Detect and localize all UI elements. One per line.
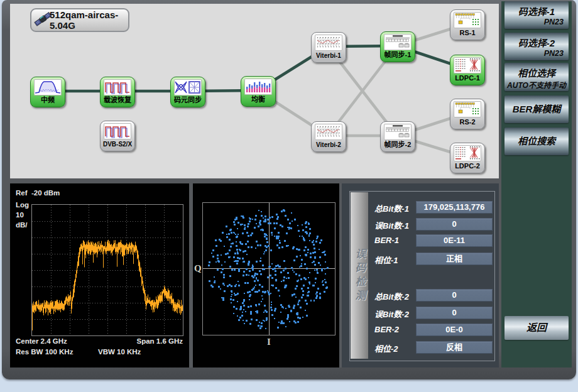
constellation-panel: Q I	[193, 183, 339, 368]
ber-panel: 误码检测 总Bit数-1179,025,113,776误Bit数-10BER-1…	[342, 183, 499, 368]
rs-blocks-icon	[454, 101, 481, 117]
node-label: 码元同步	[171, 95, 205, 105]
node-if[interactable]: 中频	[30, 77, 65, 107]
demodulator-app-window: 512qam-aircas-5.04G 中频载波恢复DVB-S2/X码元同步均衡…	[0, 0, 578, 392]
node-label: Viterbi-1	[312, 51, 346, 60]
node-label: Viterbi-2	[312, 140, 346, 150]
spectrum-vbw-label: VBW 10 KHz	[98, 348, 141, 356]
ber-row-value-2: 0E-11	[416, 234, 493, 247]
ber-row-label-1: 误Bit数-1	[374, 219, 409, 231]
spectrum-center-label: Center 2.4 GHz	[16, 337, 67, 345]
ber-deambiguation-button[interactable]: BER解模糊	[504, 95, 569, 123]
spectrum-scale-db: dB/	[16, 221, 28, 229]
node-label: RS-1	[450, 28, 484, 38]
node-label: 帧同步-1	[381, 50, 415, 60]
constellation-q-label: Q	[194, 263, 202, 274]
code-select-2-button[interactable]: 码选择-2PN23	[504, 33, 569, 60]
spectrum-span-label: Span 1.6 GHz	[137, 337, 183, 345]
button-label: BER解模糊	[504, 95, 569, 123]
ber-row-label-5: 误Bit数-2	[374, 308, 409, 320]
ber-row-value-7: 反相	[416, 341, 493, 354]
ber-row-label-4: 总Bit数-2	[374, 290, 409, 302]
ber-row-value-4: 0	[416, 289, 493, 302]
frame-table-icon	[384, 124, 412, 140]
node-label: 中频	[31, 95, 65, 105]
node-label: 帧同步-2	[381, 140, 415, 150]
rs-blocks-icon	[454, 12, 481, 28]
node-rs-2[interactable]: RS-2	[450, 99, 485, 129]
node-rs-1[interactable]: RS-1	[450, 9, 485, 40]
node-frame-sync-2[interactable]: 帧同步-2	[380, 121, 415, 152]
constellation-plot	[202, 202, 335, 335]
node-label: RS-2	[450, 117, 484, 127]
node-equalizer[interactable]: 均衡	[241, 76, 276, 107]
ber-row-label-2: BER-1	[374, 236, 399, 245]
eye-diagram-icon	[174, 79, 202, 95]
code-select-1-button[interactable]: 码选择-1PN23	[504, 1, 569, 29]
button-label: 码选择-2	[504, 33, 569, 49]
button-value: PN23	[504, 18, 569, 26]
pulse-icon	[104, 79, 131, 95]
pulse-icon	[104, 123, 131, 139]
node-label: LDPC-2	[450, 161, 484, 171]
trellis-icon	[315, 124, 342, 140]
button-value: PN23	[504, 49, 569, 58]
back-button[interactable]: 返回	[504, 316, 569, 340]
sidebar: 码选择-1PN23码选择-2PN23相位选择AUTO不支持手动BER解模糊相位搜…	[501, 1, 572, 368]
signal-chain-diagram: 512qam-aircas-5.04G 中频载波恢复DVB-S2/X码元同步均衡…	[10, 4, 499, 178]
signal-title-button[interactable]: 512qam-aircas-5.04G	[30, 8, 129, 32]
phase-search-button[interactable]: 相位搜索	[504, 128, 569, 155]
node-label: DVB-S2/X	[101, 139, 134, 149]
ber-side-label: 误码检测	[352, 248, 368, 303]
node-frame-sync-1[interactable]: 帧同步-1	[380, 31, 415, 62]
ber-row-label-0: 总Bit数-1	[374, 202, 409, 214]
spectrum-icon	[34, 79, 62, 95]
spectrum-ref-label: Ref -20 dBm	[16, 189, 60, 197]
node-ldpc-2[interactable]: LDPC-2	[450, 143, 485, 173]
node-label: LDPC-1	[450, 74, 484, 83]
button-label: 相位搜索	[504, 128, 569, 155]
spectrum-rbw-label: Res BW 100 KHz	[16, 348, 73, 356]
node-symbol-sync[interactable]: 码元同步	[170, 77, 205, 107]
equalizer-bars-icon	[244, 79, 272, 95]
ber-row-value-3: 正相	[416, 253, 493, 265]
node-carrier-recovery[interactable]: 载波恢复	[100, 77, 135, 107]
ber-row-value-5: 0	[416, 307, 493, 319]
node-label: 载波恢复	[101, 95, 134, 105]
ber-row-value-0: 179,025,113,776	[416, 201, 493, 214]
ber-row-label-6: BER-2	[374, 325, 399, 334]
spectrum-panel: Ref -20 dBm Log 10 dB/ Center 2.4 GHz Sp…	[10, 183, 189, 368]
button-label: 相位选择	[504, 63, 569, 79]
ber-row-value-1: 0	[416, 218, 493, 231]
signal-title-label: 512qam-aircas-5.04G	[50, 9, 128, 31]
ber-row-value-6: 0E-0	[416, 324, 493, 336]
trellis-icon	[315, 35, 342, 51]
ber-side-strip: 误码检测	[351, 192, 368, 359]
frame-table-icon	[384, 34, 412, 50]
constellation-i-label: I	[267, 337, 271, 347]
spectrum-scale-log: Log	[16, 201, 29, 209]
ldpc-graph-icon	[454, 145, 481, 161]
button-value: AUTO不支持手动	[504, 79, 569, 90]
spectrum-scale-10: 10	[16, 211, 24, 219]
phase-select-button[interactable]: 相位选择AUTO不支持手动	[504, 63, 569, 91]
spectrum-plot	[31, 204, 183, 336]
ldpc-graph-icon	[454, 57, 481, 74]
ber-row-label-3: 相位-1	[374, 254, 398, 266]
node-viterbi-2[interactable]: Viterbi-2	[311, 121, 346, 152]
node-label: 均衡	[241, 95, 275, 104]
node-dvb-s2x[interactable]: DVB-S2/X	[100, 121, 135, 151]
button-label: 码选择-1	[504, 1, 569, 18]
node-ldpc-1[interactable]: LDPC-1	[450, 55, 485, 85]
back-button-label: 返回	[504, 316, 569, 340]
ber-row-label-7: 相位-2	[374, 342, 398, 354]
node-viterbi-1[interactable]: Viterbi-1	[311, 32, 346, 63]
